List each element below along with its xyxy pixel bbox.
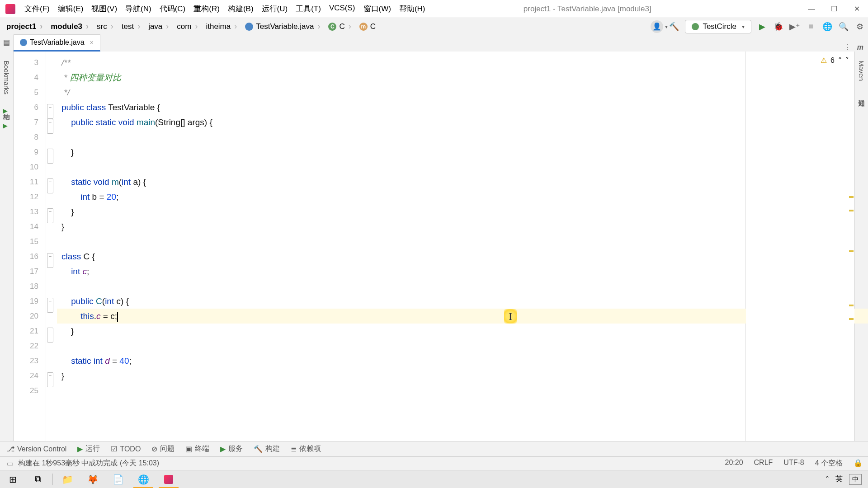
user-avatar-dropdown[interactable]: 👤 xyxy=(651,20,663,33)
stop-button[interactable]: ■ xyxy=(806,22,816,31)
status-bar: ▭ 构建在 1秒953毫秒 中成功完成 (今天 15:03) 20:20 CRL… xyxy=(0,456,868,470)
run-gutter-icon[interactable]: ▶ xyxy=(3,118,8,133)
tool-icon: ☑ xyxy=(111,445,117,453)
search-button[interactable]: 🔍 xyxy=(838,22,849,32)
bottom-tool-终端[interactable]: ▣终端 xyxy=(185,444,209,454)
breadcrumb-item[interactable]: itheima xyxy=(202,20,241,33)
breadcrumb-item[interactable]: com xyxy=(173,20,202,33)
menu-item[interactable]: 构建(B) xyxy=(224,2,257,16)
breadcrumb-item[interactable]: project1 xyxy=(3,20,47,33)
settings-button[interactable]: ⚙ xyxy=(854,22,865,32)
task-view-button[interactable]: ⧉ xyxy=(25,470,51,488)
fold-column[interactable]: −−−−−−−−− xyxy=(46,52,57,441)
breadcrumb-item[interactable]: src xyxy=(93,20,118,33)
tool-icon: ≣ xyxy=(291,445,297,453)
maven-icon[interactable]: m xyxy=(857,43,863,52)
breadcrumb-item[interactable]: CC xyxy=(325,20,355,33)
prev-problem-icon[interactable]: ˄ xyxy=(838,56,842,65)
bottom-tool-构建[interactable]: 🔨构建 xyxy=(254,444,280,454)
breadcrumb-label: test xyxy=(122,22,134,31)
inspection-panel: ⚠ 6 ˄ ˅ xyxy=(746,52,854,441)
run-gutter-icon[interactable]: ▶ xyxy=(3,103,8,118)
close-button[interactable]: ✕ xyxy=(845,0,868,18)
breadcrumb-item[interactable]: mC xyxy=(356,20,384,33)
bookmarks-tool[interactable]: Bookmarks xyxy=(3,61,10,94)
line-numbers: 3456▶7▶891011121314151617181920212223242… xyxy=(14,52,46,441)
line-separator[interactable]: CRLF xyxy=(754,459,773,468)
bottom-tool-运行[interactable]: ▶运行 xyxy=(77,444,100,454)
breadcrumb-label: TestVariable.java xyxy=(256,22,314,31)
tool-icon: ▣ xyxy=(185,445,192,453)
breadcrumb-label: project1 xyxy=(6,22,36,31)
bottom-tool-服务[interactable]: ▶服务 xyxy=(220,444,243,454)
status-tool-icon[interactable]: ▭ xyxy=(5,459,14,468)
tray-chevron-icon[interactable]: ˄ xyxy=(826,475,829,483)
ime-mode[interactable]: 中 xyxy=(849,474,862,485)
coverage-button[interactable]: ▶⁺ xyxy=(789,22,800,32)
tool-label: 构建 xyxy=(265,444,280,454)
minimize-button[interactable]: ― xyxy=(800,0,823,18)
java-file-icon xyxy=(20,39,27,46)
code-area[interactable]: /** * 四种变量对比 */public class TestVariable… xyxy=(57,52,746,441)
tool-label: 问题 xyxy=(160,444,175,454)
next-problem-icon[interactable]: ˅ xyxy=(845,56,849,65)
navigation-bar: project1module3srctestjavacomitheimaTest… xyxy=(0,18,868,35)
class-icon: C xyxy=(328,23,336,31)
breadcrumb-label: com xyxy=(177,22,191,31)
bottom-toolbar: ⎇Version Control▶运行☑TODO⊘问题▣终端▶服务🔨构建≣依赖项 xyxy=(0,441,868,456)
menu-item[interactable]: 代码(C) xyxy=(156,2,189,16)
bottom-tool-依赖项[interactable]: ≣依赖项 xyxy=(291,444,321,454)
build-button[interactable]: 🔨 xyxy=(669,22,679,32)
run-config-selector[interactable]: TestCircle xyxy=(685,20,751,33)
indent-setting[interactable]: 4 个空格 xyxy=(815,459,843,468)
edge-icon[interactable]: 🌐 xyxy=(131,470,156,488)
breadcrumb-item[interactable]: module3 xyxy=(47,20,93,33)
breadcrumb-label: src xyxy=(97,22,107,31)
menu-item[interactable]: VCS(S) xyxy=(326,2,359,16)
debug-button[interactable]: 🐞 xyxy=(773,22,784,32)
breadcrumb-label: C xyxy=(370,22,376,31)
editor-tab-active[interactable]: TestVariable.java × xyxy=(14,34,100,52)
code-editor[interactable]: 3456▶7▶891011121314151617181920212223242… xyxy=(14,52,854,441)
tool-label: 服务 xyxy=(228,444,243,454)
intellij-icon[interactable] xyxy=(156,470,181,488)
menu-item[interactable]: 编辑(E) xyxy=(54,2,87,16)
error-stripe[interactable] xyxy=(847,79,854,441)
cursor-position[interactable]: 20:20 xyxy=(725,459,743,468)
breadcrumb-item[interactable]: test xyxy=(118,20,145,33)
bottom-tool-Version Control[interactable]: ⎇Version Control xyxy=(6,445,66,453)
tool-icon: 🔨 xyxy=(254,445,263,453)
file-explorer-icon[interactable]: 📁 xyxy=(55,470,80,488)
menu-item[interactable]: 运行(U) xyxy=(258,2,292,16)
close-tab-icon[interactable]: × xyxy=(90,39,94,46)
tool-icon: ⎇ xyxy=(6,445,14,453)
menu-item[interactable]: 文件(F) xyxy=(21,2,53,16)
run-button[interactable]: ▶ xyxy=(757,22,768,32)
breadcrumb-item[interactable]: java xyxy=(145,20,173,33)
text-cursor-highlight xyxy=(504,309,517,324)
ime-lang[interactable]: 英 xyxy=(835,474,843,484)
maximize-button[interactable]: ☐ xyxy=(823,0,845,18)
breadcrumb-label: C xyxy=(339,22,344,31)
bottom-tool-问题[interactable]: ⊘问题 xyxy=(151,444,175,454)
java-icon xyxy=(245,23,253,31)
office-icon[interactable]: 📄 xyxy=(105,470,131,488)
menu-item[interactable]: 工具(T) xyxy=(292,2,325,16)
menu-item[interactable]: 窗口(W) xyxy=(360,2,395,16)
menu-item[interactable]: 帮助(H) xyxy=(396,2,429,16)
firefox-icon[interactable]: 🦊 xyxy=(80,470,105,488)
warning-count[interactable]: 6 xyxy=(830,56,835,65)
translate-icon[interactable]: 🌐 xyxy=(822,22,833,32)
menu-item[interactable]: 视图(V) xyxy=(88,2,121,16)
start-button[interactable]: ⊞ xyxy=(0,470,25,488)
breadcrumb-item[interactable]: TestVariable.java xyxy=(241,20,325,33)
tab-options-icon[interactable]: ⋮ xyxy=(844,43,851,52)
maven-tool[interactable]: Maven xyxy=(858,61,865,81)
file-encoding[interactable]: UTF-8 xyxy=(783,459,804,468)
lock-icon[interactable]: 🔒 xyxy=(854,459,863,468)
menu-item[interactable]: 重构(R) xyxy=(190,2,223,16)
project-tool-icon[interactable]: ▤ xyxy=(3,38,10,47)
menu-item[interactable]: 导航(N) xyxy=(122,2,155,16)
bottom-tool-TODO[interactable]: ☑TODO xyxy=(111,445,141,453)
status-message: 构建在 1秒953毫秒 中成功完成 (今天 15:03) xyxy=(18,459,725,468)
